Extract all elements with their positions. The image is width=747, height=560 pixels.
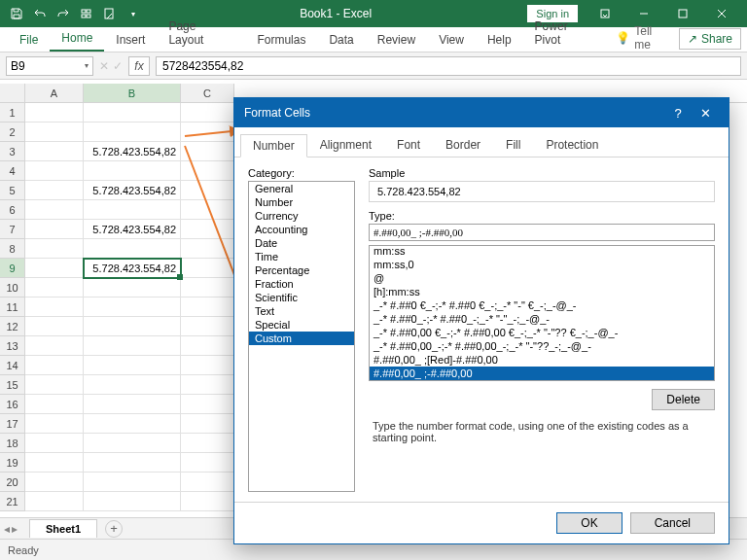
cell[interactable] bbox=[84, 375, 181, 395]
cell[interactable] bbox=[25, 220, 84, 239]
cell[interactable] bbox=[181, 492, 234, 511]
cell[interactable] bbox=[25, 317, 84, 336]
row-header[interactable]: 2 bbox=[0, 122, 25, 142]
tell-me[interactable]: 💡 Tell me bbox=[608, 24, 679, 52]
cell[interactable] bbox=[25, 336, 84, 356]
format-item[interactable]: _-* #.##0,00 €_-;-* #.##0,00 €_-;_-* "-"… bbox=[370, 326, 714, 339]
format-item[interactable]: #.##0,00_ ;-#.##0,00 bbox=[370, 367, 714, 380]
sheet-nav-right-icon[interactable]: ▸ bbox=[12, 522, 18, 536]
row-header[interactable]: 11 bbox=[0, 298, 25, 317]
row-header[interactable]: 6 bbox=[0, 200, 25, 220]
tab-formulas[interactable]: Formulas bbox=[245, 28, 317, 52]
cell[interactable] bbox=[181, 259, 234, 278]
row-header[interactable]: 18 bbox=[0, 434, 25, 453]
format-item[interactable]: mm:ss bbox=[370, 245, 714, 258]
category-item[interactable]: Scientific bbox=[249, 291, 354, 304]
cell[interactable] bbox=[84, 453, 181, 472]
tab-file[interactable]: File bbox=[8, 28, 50, 52]
cell[interactable] bbox=[181, 200, 234, 220]
add-sheet-button[interactable]: + bbox=[105, 520, 123, 538]
cell[interactable] bbox=[181, 161, 234, 181]
sheet-nav-left-icon[interactable]: ◂ bbox=[4, 522, 10, 536]
row-header[interactable]: 19 bbox=[0, 453, 25, 472]
maximize-icon[interactable] bbox=[663, 0, 702, 27]
cell[interactable] bbox=[25, 434, 84, 453]
row-header[interactable]: 10 bbox=[0, 278, 25, 298]
cell[interactable] bbox=[181, 298, 234, 317]
cell[interactable] bbox=[181, 434, 234, 453]
cell[interactable] bbox=[84, 161, 181, 181]
cell[interactable]: 5.728.423.554,82 bbox=[84, 142, 181, 161]
cell[interactable] bbox=[181, 181, 234, 200]
row-header[interactable]: 4 bbox=[0, 161, 25, 181]
category-item[interactable]: Currency bbox=[249, 209, 354, 223]
cell[interactable] bbox=[25, 375, 84, 395]
format-item[interactable]: _-* #.##0_-;-* #.##0_-;_-* "-"_-;_-@_- bbox=[370, 312, 714, 326]
cell[interactable] bbox=[25, 278, 84, 298]
row-header[interactable]: 17 bbox=[0, 414, 25, 434]
cell[interactable] bbox=[84, 336, 181, 356]
cell[interactable] bbox=[181, 472, 234, 492]
format-item[interactable]: [h]:mm:ss bbox=[370, 285, 714, 298]
cell[interactable] bbox=[181, 395, 234, 414]
cell[interactable] bbox=[84, 356, 181, 375]
tab-page-layout[interactable]: Page Layout bbox=[157, 15, 245, 52]
close-icon[interactable]: ✕ bbox=[692, 106, 719, 121]
cell[interactable] bbox=[181, 239, 234, 259]
cell[interactable] bbox=[84, 414, 181, 434]
cell[interactable] bbox=[25, 181, 84, 200]
cell[interactable] bbox=[181, 356, 234, 375]
dialog-tab-alignment[interactable]: Alignment bbox=[307, 133, 384, 157]
cell[interactable] bbox=[84, 395, 181, 414]
qat-btn[interactable] bbox=[99, 3, 121, 24]
cell[interactable] bbox=[181, 336, 234, 356]
cell[interactable]: 5.728.423.554,82 bbox=[84, 181, 181, 200]
row-header[interactable]: 21 bbox=[0, 492, 25, 511]
row-header[interactable]: 20 bbox=[0, 472, 25, 492]
cell[interactable] bbox=[25, 395, 84, 414]
undo-icon[interactable] bbox=[29, 3, 51, 24]
cell[interactable] bbox=[84, 122, 181, 142]
row-header[interactable]: 14 bbox=[0, 356, 25, 375]
category-item[interactable]: Special bbox=[249, 318, 354, 332]
cell[interactable] bbox=[181, 122, 234, 142]
col-header-a[interactable]: A bbox=[25, 84, 84, 102]
cell[interactable]: 5.728.423.554,82 bbox=[84, 259, 181, 278]
dialog-tab-font[interactable]: Font bbox=[384, 133, 433, 157]
row-header[interactable]: 8 bbox=[0, 239, 25, 259]
sheet-tab[interactable]: Sheet1 bbox=[29, 519, 97, 538]
row-header[interactable]: 15 bbox=[0, 375, 25, 395]
cell[interactable] bbox=[25, 453, 84, 472]
cell[interactable] bbox=[25, 472, 84, 492]
cell[interactable] bbox=[181, 375, 234, 395]
format-item[interactable]: #.##0,00_ ;[Red]-#.##0,00 bbox=[370, 353, 714, 367]
cell[interactable] bbox=[25, 414, 84, 434]
tab-help[interactable]: Help bbox=[476, 28, 523, 52]
col-header-c[interactable]: C bbox=[181, 84, 234, 102]
dialog-tab-number[interactable]: Number bbox=[240, 134, 307, 158]
cell[interactable]: 5.728.423.554,82 bbox=[84, 220, 181, 239]
cell[interactable] bbox=[25, 298, 84, 317]
cell[interactable] bbox=[25, 259, 84, 278]
tab-data[interactable]: Data bbox=[317, 28, 365, 52]
cell[interactable] bbox=[25, 142, 84, 161]
tab-review[interactable]: Review bbox=[366, 28, 427, 52]
col-header-b[interactable]: B bbox=[84, 84, 181, 102]
tab-power-pivot[interactable]: Power Pivot bbox=[523, 15, 609, 52]
help-icon[interactable]: ? bbox=[664, 106, 692, 121]
cell[interactable] bbox=[84, 278, 181, 298]
tab-insert[interactable]: Insert bbox=[104, 28, 157, 52]
formula-input[interactable]: 5728423554,82 bbox=[156, 56, 741, 76]
cancel-formula-icon[interactable]: ✕ bbox=[99, 59, 109, 73]
cell[interactable] bbox=[181, 220, 234, 239]
select-all-corner[interactable] bbox=[0, 84, 25, 102]
name-box[interactable]: B9 ▾ bbox=[6, 56, 93, 76]
row-header[interactable]: 16 bbox=[0, 395, 25, 414]
cell[interactable] bbox=[181, 414, 234, 434]
row-header[interactable]: 7 bbox=[0, 220, 25, 239]
category-item[interactable]: General bbox=[249, 182, 354, 195]
dialog-tab-fill[interactable]: Fill bbox=[493, 133, 533, 157]
category-item[interactable]: Text bbox=[249, 304, 354, 318]
qat-dropdown-icon[interactable]: ▾ bbox=[123, 3, 144, 24]
category-item[interactable]: Percentage bbox=[249, 263, 354, 277]
